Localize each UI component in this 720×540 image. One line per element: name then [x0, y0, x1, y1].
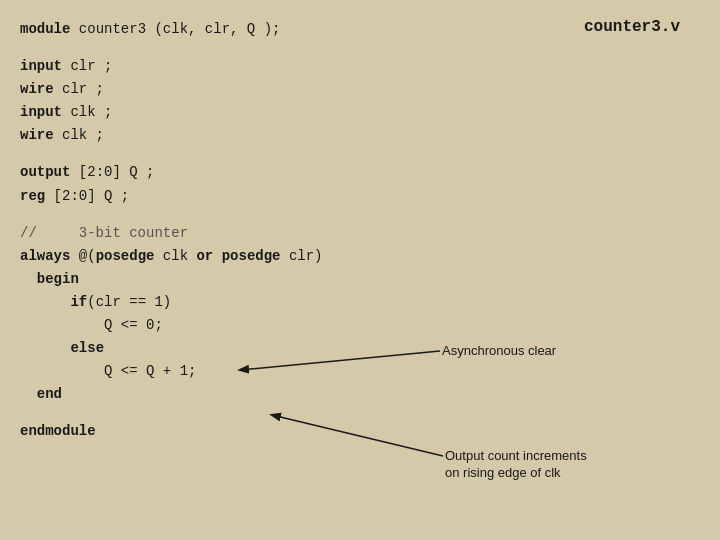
code-line-7: reg [2:0] Q ;: [20, 185, 700, 208]
page-title: counter3.v: [584, 18, 680, 36]
code-block: module counter3 (clk, clr, Q ); input cl…: [20, 18, 700, 444]
code-line-11: if(clr == 1): [20, 291, 700, 314]
code-line-12: Q <= 0;: [20, 314, 700, 337]
code-line-15: end: [20, 383, 700, 406]
output-count-label-line2: on rising edge of clk: [445, 465, 561, 480]
code-line-2: input clr ;: [20, 55, 700, 78]
code-line-8: // 3-bit counter: [20, 222, 700, 245]
code-line-3: wire clr ;: [20, 78, 700, 101]
code-line-4: input clk ;: [20, 101, 700, 124]
code-line-16: endmodule: [20, 420, 700, 443]
code-line-13: else: [20, 337, 700, 360]
code-line-14: Q <= Q + 1;: [20, 360, 700, 383]
code-line-9: always @(posedge clk or posedge clr): [20, 245, 700, 268]
code-line-10: begin: [20, 268, 700, 291]
code-line-6: output [2:0] Q ;: [20, 161, 700, 184]
main-content: counter3.v module counter3 (clk, clr, Q …: [0, 0, 720, 462]
code-line-5: wire clk ;: [20, 124, 700, 147]
